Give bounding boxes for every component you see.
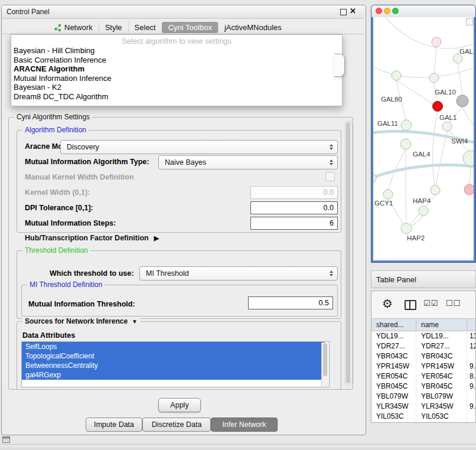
graph-node[interactable] (463, 151, 474, 166)
tab-impute-data[interactable]: Impute Data (86, 418, 142, 432)
column-browser-icon[interactable] (405, 300, 416, 310)
graph-node[interactable] (429, 73, 439, 83)
dropdown-placeholder: Select algorithm to view settings (11, 35, 342, 46)
table-cell: YBL079W (416, 392, 467, 402)
network-canvas[interactable]: GAL80GAL10GAL11GAL1SWI4GAL4GCY1HAP4HAP2G… (373, 17, 474, 260)
chevron-updown-icon (330, 144, 333, 150)
deselect-all-icon[interactable]: ☐☐ (446, 299, 461, 308)
table-settings-gear-icon[interactable]: ⚙ (382, 296, 393, 311)
graph-node[interactable] (457, 95, 468, 107)
table-row[interactable]: YBR045CYBR045C9. (371, 381, 475, 392)
table-cell: YBL079W (371, 392, 416, 402)
table-row[interactable]: YBR043CYBR043C (371, 351, 475, 361)
table-cell (467, 412, 475, 422)
graph-node[interactable] (432, 37, 441, 47)
mi-algorithm-type-select[interactable]: Naive Bayes (158, 155, 338, 169)
graph-node[interactable] (383, 190, 393, 199)
table-cell: YER054C (371, 371, 416, 381)
table-row[interactable]: YPR145WYPR145W9. (371, 361, 475, 371)
algorithm-option[interactable]: ARACNE Algorithm (11, 64, 342, 74)
mi-threshold-label: Mutual Information Threshold: (28, 300, 135, 308)
hub-definition-toggle[interactable]: Hub/Transcription Factor Definition ▶ (25, 234, 159, 242)
window-title: Control Panel (6, 5, 50, 18)
graph-node[interactable] (401, 223, 412, 234)
sources-toggle[interactable]: Sources for Network Inference ▼ (22, 317, 140, 325)
scrollbar-thumb[interactable] (323, 343, 327, 376)
traffic-light-minimize-icon[interactable] (384, 8, 390, 14)
graph-node[interactable] (431, 185, 440, 195)
aracne-mode-select[interactable]: Discovery (60, 140, 338, 154)
group-title: Algorithm Definition (22, 126, 89, 134)
hub-definition-label: Hub/Transcription Factor Definition (25, 234, 149, 242)
graph-node[interactable] (464, 184, 474, 195)
graph-node-label: GCY1 (374, 200, 393, 207)
tab-style[interactable]: Style (99, 22, 128, 33)
table-row[interactable]: YIL053CYIL053C (371, 412, 475, 422)
graph-node-label: SWI4 (451, 138, 468, 145)
attribute-list-item[interactable]: SelfLoops (22, 342, 325, 351)
float-window-icon[interactable] (340, 9, 347, 15)
partially-hidden-input[interactable] (334, 54, 345, 77)
restore-panel-icon[interactable] (2, 436, 10, 443)
group-title: Cyni Algorithm Settings (14, 113, 92, 121)
table-row[interactable]: YLR345WYLR345W9. (371, 402, 475, 412)
traffic-light-close-icon[interactable] (376, 8, 382, 14)
table-cell: YLR345W (371, 402, 416, 412)
algorithm-option[interactable]: Basic Correlation Inference (11, 56, 342, 65)
input-value: 0.0 (324, 204, 334, 212)
attribute-list-item[interactable]: TopologicalCoefficient (22, 351, 325, 361)
column-header[interactable]: shared... (371, 319, 416, 331)
collapse-down-icon: ▼ (132, 318, 138, 325)
tab-select[interactable]: Select (128, 22, 162, 33)
tab-bar: Network Style Select Cyni Toolbox jActiv… (2, 21, 364, 34)
tab-cyni-toolbox[interactable]: Cyni Toolbox (162, 22, 218, 33)
scrollbar-thumb[interactable] (346, 122, 350, 383)
attribute-list[interactable]: SelfLoopsTopologicalCoefficientBetweenne… (21, 341, 330, 387)
graph-edge (462, 107, 474, 126)
table-cell: 13 (467, 331, 475, 341)
graph-node[interactable] (392, 71, 401, 80)
graph-node[interactable] (401, 120, 412, 131)
mi-threshold-input[interactable]: 0.5 (248, 296, 333, 309)
algorithm-option[interactable]: Bayesian - K2 (11, 83, 342, 92)
graph-node[interactable] (400, 139, 411, 149)
algorithm-option[interactable]: Bayesian - Hill Climbing (11, 46, 342, 56)
column-header[interactable]: name (416, 319, 467, 331)
algorithm-option[interactable]: Mutual Information Inference (11, 74, 342, 83)
dpi-tolerance-input[interactable]: 0.0 (250, 201, 338, 214)
table-toolbar: ⚙ ☑☑ ☐☐ (371, 291, 475, 319)
graph-node[interactable] (453, 54, 462, 63)
graph-node[interactable] (433, 102, 443, 112)
tab-label: Select (135, 23, 156, 32)
table-row[interactable]: YDL19...YDL19...13 (371, 331, 475, 341)
mi-steps-label: Mutual Information Steps: (25, 219, 116, 227)
column-header[interactable] (467, 319, 475, 331)
select-all-icon[interactable]: ☑☑ (423, 299, 438, 308)
tab-network[interactable]: Network (48, 22, 99, 33)
close-icon[interactable]: ✕ (350, 6, 356, 15)
table-row[interactable]: YBL079WYBL079W (371, 392, 475, 402)
tab-jactivemnodules[interactable]: jActiveMNodules (218, 22, 288, 33)
tab-label: Style (105, 23, 122, 32)
list-scrollbar[interactable] (321, 343, 328, 386)
tab-discretize-data[interactable]: Discretize Data (142, 418, 211, 432)
apply-label: Apply (170, 401, 188, 409)
traffic-light-zoom-icon[interactable] (392, 8, 399, 14)
attribute-list-item[interactable]: BetweennessCentrality (22, 361, 325, 370)
graph-node[interactable] (419, 206, 428, 216)
mi-algorithm-type-label: Mutual Information Algorithm Type: (25, 158, 149, 166)
graph-node[interactable] (442, 122, 452, 131)
settings-scrollbar[interactable] (345, 120, 353, 386)
tab-infer-network[interactable]: Infer Network (211, 418, 278, 432)
select-value: Naive Bayes (165, 158, 206, 167)
attribute-list-item[interactable]: gal4RGexp (22, 370, 325, 380)
which-threshold-select[interactable]: MI Threshold (139, 266, 338, 281)
apply-button[interactable]: Apply (158, 398, 201, 412)
table-cell (467, 351, 475, 361)
table-row[interactable]: YDR27...YDR27...12 (371, 341, 475, 351)
algorithm-option[interactable]: Dream8 DC_TDC Algorithm (11, 92, 342, 102)
mi-steps-input[interactable]: 6 (250, 217, 338, 230)
table-row[interactable]: YER054CYER054C8. (371, 371, 475, 381)
chevron-updown-icon (330, 159, 333, 165)
graph-node[interactable] (373, 173, 376, 184)
